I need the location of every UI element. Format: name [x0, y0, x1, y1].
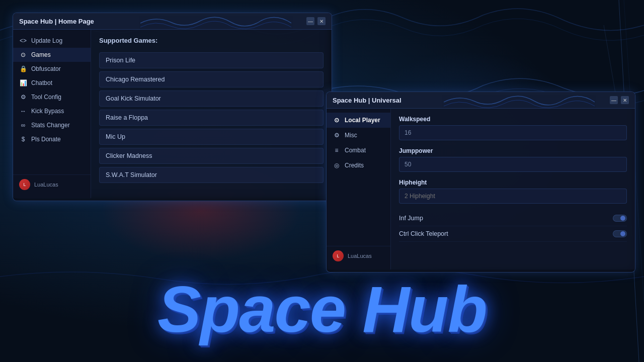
misc-icon: ⚙: [333, 132, 341, 139]
sidebar-item-obfuscator[interactable]: 🔒 Obfuscator: [13, 62, 91, 76]
inf-jump-row: Inf Jump: [399, 211, 627, 226]
universal-content: ⊙ Local Player ⚙ Misc ≡ Combat ◎ Credits…: [327, 109, 635, 269]
nav-item-misc[interactable]: ⚙ Misc: [327, 128, 390, 143]
sidebar: <> Update Log ⊙ Games 🔒 Obfuscator 📊 Cha…: [13, 30, 91, 198]
hipheight-group: Hipheight: [399, 179, 627, 204]
nav-item-combat[interactable]: ≡ Combat: [327, 143, 390, 158]
jumppower-group: Jumppower: [399, 147, 627, 172]
walkspeed-input[interactable]: [399, 125, 627, 140]
home-titlebar: Space Hub | Home Page — ✕: [13, 13, 332, 30]
combat-icon: ≡: [333, 147, 341, 154]
supported-games-label: Supported Games:: [99, 37, 324, 47]
sidebar-item-chatbot[interactable]: 📊 Chatbot: [13, 76, 91, 90]
nav-item-label: Combat: [345, 147, 366, 154]
walkspeed-group: Walkspeed: [399, 116, 627, 140]
ctrl-click-label: Ctrl Click Teleport: [399, 230, 448, 237]
games-icon: ⊙: [19, 51, 27, 58]
titlebar-wave: [140, 13, 291, 30]
sidebar-item-label: Kick Bypass: [31, 108, 64, 115]
sidebar-item-label: Tool Config: [31, 94, 61, 101]
pls-donate-icon: $: [19, 136, 27, 143]
universal-right-panel: Walkspeed Jumppower Hipheight Inf Jump C…: [391, 109, 635, 269]
game-item-swat-simulator[interactable]: S.W.A.T Simulator: [99, 167, 324, 183]
chatbot-icon: 📊: [19, 79, 27, 86]
stats-changer-icon: ∞: [19, 122, 27, 129]
kick-bypass-icon: ↔: [19, 108, 27, 115]
universal-username: LuaLucas: [348, 253, 372, 259]
game-item-goal-kick-simulator[interactable]: Goal Kick Simulator: [99, 90, 324, 107]
sidebar-user: L LuaLucas: [13, 174, 91, 194]
universal-avatar: L: [333, 250, 344, 261]
home-username: LuaLucas: [34, 182, 58, 188]
jumppower-input[interactable]: [399, 157, 627, 172]
tool-config-icon: ⚙: [19, 94, 27, 101]
sidebar-item-games[interactable]: ⊙ Games: [13, 48, 91, 62]
inf-jump-label: Inf Jump: [399, 215, 423, 222]
nav-item-credits[interactable]: ◎ Credits: [327, 158, 390, 173]
nav-item-label: Credits: [345, 162, 364, 169]
game-item-chicago-remastered[interactable]: Chicago Remastered: [99, 71, 324, 87]
ctrl-click-row: Ctrl Click Teleport: [399, 226, 627, 242]
home-window: Space Hub | Home Page — ✕ <> Update Log …: [13, 13, 332, 201]
hipheight-input[interactable]: [399, 189, 627, 204]
universal-minimize-button[interactable]: —: [610, 96, 618, 104]
inf-jump-toggle[interactable]: [613, 215, 627, 222]
game-item-prison-life[interactable]: Prison Life: [99, 52, 324, 68]
credits-icon: ◎: [333, 162, 341, 169]
universal-window-title: Space Hub | Universal: [333, 97, 401, 104]
universal-titlebar-wave: [444, 92, 595, 109]
home-content: <> Update Log ⊙ Games 🔒 Obfuscator 📊 Cha…: [13, 30, 332, 198]
nav-panel: ⊙ Local Player ⚙ Misc ≡ Combat ◎ Credits…: [327, 109, 391, 269]
sidebar-item-label: Chatbot: [31, 79, 52, 86]
home-window-title: Space Hub | Home Page: [19, 18, 94, 25]
nav-item-label: Misc: [345, 132, 357, 139]
obfuscator-icon: 🔒: [19, 65, 27, 72]
game-item-raise-a-floppa[interactable]: Raise a Floppa: [99, 110, 324, 126]
universal-window: Space Hub | Universal — ✕ ⊙ Local Player…: [326, 92, 635, 273]
sidebar-item-kick-bypass[interactable]: ↔ Kick Bypass: [13, 104, 91, 118]
sidebar-item-label: Obfuscator: [31, 65, 61, 72]
jumppower-label: Jumppower: [399, 147, 627, 154]
game-item-clicker-madness[interactable]: Clicker Madness: [99, 148, 324, 164]
sidebar-item-label: Games: [31, 51, 51, 58]
nav-item-label: Local Player: [345, 117, 380, 124]
universal-user: L LuaLucas: [327, 246, 390, 265]
sidebar-item-label: Pls Donate: [31, 136, 61, 143]
sidebar-item-update-log[interactable]: <> Update Log: [13, 34, 91, 48]
sidebar-item-stats-changer[interactable]: ∞ Stats Changer: [13, 118, 91, 132]
ctrl-click-toggle[interactable]: [613, 230, 627, 237]
home-avatar: L: [19, 179, 30, 190]
local-player-icon: ⊙: [333, 117, 341, 124]
home-window-controls: — ✕: [306, 17, 326, 25]
big-title: Space Hub: [157, 272, 487, 347]
universal-window-controls: — ✕: [610, 96, 629, 104]
home-main-area: Supported Games: Prison Life Chicago Rem…: [91, 30, 332, 198]
sidebar-item-pls-donate[interactable]: $ Pls Donate: [13, 132, 91, 146]
game-item-mic-up[interactable]: Mic Up: [99, 129, 324, 145]
universal-titlebar: Space Hub | Universal — ✕: [327, 92, 635, 109]
hipheight-label: Hipheight: [399, 179, 627, 186]
home-close-button[interactable]: ✕: [317, 17, 326, 25]
sidebar-item-tool-config[interactable]: ⚙ Tool Config: [13, 90, 91, 104]
sidebar-item-label: Update Log: [31, 37, 62, 44]
home-minimize-button[interactable]: —: [306, 17, 314, 25]
universal-close-button[interactable]: ✕: [621, 96, 629, 104]
sidebar-item-label: Stats Changer: [31, 122, 70, 129]
nav-item-local-player[interactable]: ⊙ Local Player: [327, 113, 390, 128]
walkspeed-label: Walkspeed: [399, 116, 627, 123]
update-log-icon: <>: [19, 37, 27, 44]
